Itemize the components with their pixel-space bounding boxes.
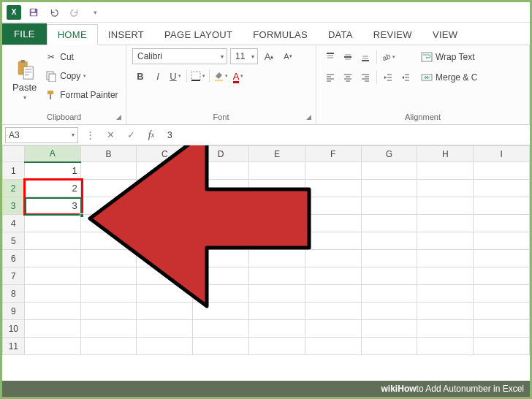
col-header-f[interactable]: F xyxy=(305,146,361,162)
cell[interactable] xyxy=(249,232,305,250)
cell[interactable] xyxy=(193,267,249,285)
fill-color-button[interactable] xyxy=(213,68,229,84)
cell[interactable] xyxy=(474,180,530,197)
increase-indent-button[interactable] xyxy=(398,69,414,86)
cell[interactable] xyxy=(137,285,193,303)
cell[interactable] xyxy=(193,285,249,303)
cell[interactable] xyxy=(249,250,305,267)
col-header-e[interactable]: E xyxy=(249,146,305,162)
align-center-button[interactable] xyxy=(340,69,356,86)
cell[interactable] xyxy=(361,250,417,267)
cell[interactable] xyxy=(361,180,417,197)
cell-a3[interactable]: 3 xyxy=(24,197,80,215)
tab-file[interactable]: FILE xyxy=(2,23,47,45)
format-painter-button[interactable]: Format Painter xyxy=(45,86,118,104)
merge-center-button[interactable]: Merge & C xyxy=(421,69,477,86)
cell[interactable] xyxy=(305,180,361,197)
col-header-d[interactable]: D xyxy=(193,146,249,162)
cell[interactable] xyxy=(474,320,530,338)
cell[interactable] xyxy=(249,180,305,197)
cell[interactable] xyxy=(249,197,305,215)
bold-button[interactable]: B xyxy=(132,68,148,84)
cell[interactable] xyxy=(361,162,417,180)
cell[interactable] xyxy=(361,285,417,303)
orientation-button[interactable]: ab xyxy=(380,49,396,65)
cell[interactable] xyxy=(24,267,80,285)
cell[interactable] xyxy=(24,250,80,267)
cell[interactable] xyxy=(417,303,474,320)
tab-formulas[interactable]: FORMULAS xyxy=(243,25,318,45)
undo-icon[interactable] xyxy=(46,4,62,20)
cell[interactable] xyxy=(417,285,474,303)
font-color-button[interactable]: A xyxy=(230,68,246,84)
col-header-h[interactable]: H xyxy=(417,146,474,162)
cancel-formula-button[interactable]: ✕ xyxy=(102,127,119,143)
cell-a1[interactable]: 1 xyxy=(24,162,80,180)
cell[interactable] xyxy=(249,215,305,232)
clipboard-dialog-launcher[interactable]: ◢ xyxy=(114,113,123,121)
increase-font-button[interactable]: A▴ xyxy=(261,48,277,64)
cell[interactable] xyxy=(80,338,137,355)
cell[interactable] xyxy=(80,250,137,267)
cell[interactable] xyxy=(361,267,417,285)
cell[interactable] xyxy=(24,303,80,320)
row-header-6[interactable]: 6 xyxy=(3,250,25,267)
name-box[interactable]: A3 ▾ xyxy=(5,127,78,143)
cell[interactable] xyxy=(474,338,530,355)
cell[interactable] xyxy=(305,320,361,338)
tab-home[interactable]: HOME xyxy=(47,24,98,45)
cell[interactable] xyxy=(193,303,249,320)
row-header-3[interactable]: 3 xyxy=(3,197,25,215)
cell[interactable] xyxy=(193,215,249,232)
copy-button[interactable]: Copy ▾ xyxy=(45,67,118,85)
worksheet-grid[interactable]: A B C D E F G H I 11 22 33 4 5 6 7 8 9 1… xyxy=(2,145,530,398)
select-all-corner[interactable] xyxy=(3,146,25,162)
cell[interactable] xyxy=(417,320,474,338)
tab-insert[interactable]: INSERT xyxy=(98,25,154,45)
row-header-8[interactable]: 8 xyxy=(3,285,25,303)
cell[interactable] xyxy=(474,162,530,180)
align-bottom-button[interactable] xyxy=(357,49,373,65)
cell[interactable] xyxy=(137,232,193,250)
cell[interactable] xyxy=(474,285,530,303)
decrease-font-button[interactable]: A▾ xyxy=(280,48,296,64)
cell[interactable] xyxy=(305,250,361,267)
cell[interactable] xyxy=(137,180,193,197)
cell[interactable] xyxy=(361,338,417,355)
cell[interactable] xyxy=(305,197,361,215)
formula-input[interactable]: 3 xyxy=(163,130,527,140)
row-header-10[interactable]: 10 xyxy=(3,320,25,338)
cell-a2[interactable]: 2 xyxy=(24,180,80,197)
cell[interactable] xyxy=(137,303,193,320)
customize-qat-caret-icon[interactable]: ▾ xyxy=(87,4,103,20)
cell[interactable] xyxy=(193,232,249,250)
cell[interactable] xyxy=(137,338,193,355)
cell[interactable] xyxy=(361,197,417,215)
align-left-button[interactable] xyxy=(322,69,338,86)
cell[interactable] xyxy=(80,303,137,320)
cell[interactable] xyxy=(361,303,417,320)
cell[interactable] xyxy=(137,320,193,338)
col-header-a[interactable]: A xyxy=(24,146,80,162)
align-top-button[interactable] xyxy=(322,49,338,65)
cell[interactable] xyxy=(474,267,530,285)
cell[interactable] xyxy=(137,215,193,232)
cell[interactable] xyxy=(24,285,80,303)
cell[interactable] xyxy=(193,162,249,180)
cell[interactable] xyxy=(305,162,361,180)
wrap-text-button[interactable]: Wrap Text xyxy=(421,48,477,66)
cell[interactable] xyxy=(417,180,474,197)
cell[interactable] xyxy=(417,232,474,250)
cell[interactable] xyxy=(137,162,193,180)
cell[interactable] xyxy=(361,215,417,232)
cell[interactable] xyxy=(193,320,249,338)
cell[interactable] xyxy=(193,250,249,267)
cell[interactable] xyxy=(24,320,80,338)
cell[interactable] xyxy=(24,338,80,355)
cell[interactable] xyxy=(137,197,193,215)
cell[interactable] xyxy=(305,303,361,320)
align-right-button[interactable] xyxy=(357,69,373,86)
cell[interactable] xyxy=(193,338,249,355)
tab-data[interactable]: DATA xyxy=(318,25,363,45)
tab-view[interactable]: VIEW xyxy=(422,25,468,45)
